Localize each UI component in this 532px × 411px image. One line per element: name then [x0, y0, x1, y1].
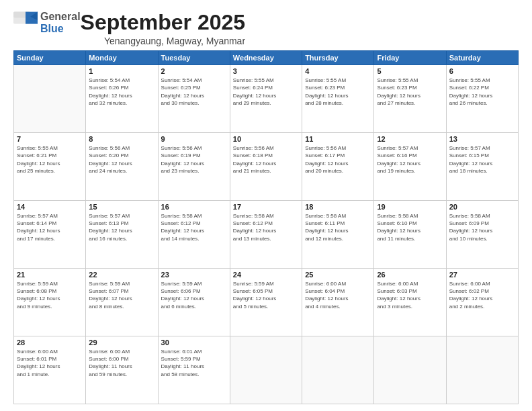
day-info: Sunrise: 5:57 AMSunset: 6:14 PMDaylight:…	[17, 212, 83, 242]
day-number: 12	[377, 135, 443, 143]
table-row: 29Sunrise: 6:00 AMSunset: 6:00 PMDayligh…	[86, 336, 158, 404]
day-info: Sunrise: 5:56 AMSunset: 6:19 PMDaylight:…	[161, 144, 227, 175]
day-info: Sunrise: 5:58 AMSunset: 6:12 PMDaylight:…	[233, 212, 299, 242]
day-number: 1	[89, 67, 154, 75]
day-info: Sunrise: 5:59 AMSunset: 6:06 PMDaylight:…	[161, 280, 227, 310]
table-row: 2Sunrise: 5:54 AMSunset: 6:25 PMDaylight…	[158, 65, 230, 133]
day-info: Sunrise: 5:59 AMSunset: 6:07 PMDaylight:…	[89, 280, 154, 310]
day-info: Sunrise: 5:56 AMSunset: 6:20 PMDaylight:…	[89, 144, 154, 175]
day-number: 7	[17, 135, 83, 143]
table-row: 27Sunrise: 6:00 AMSunset: 6:02 PMDayligh…	[446, 269, 518, 336]
table-row: 3Sunrise: 5:55 AMSunset: 6:24 PMDaylight…	[230, 65, 302, 133]
table-row: 9Sunrise: 5:56 AMSunset: 6:19 PMDaylight…	[158, 133, 230, 201]
calendar-week-row: 14Sunrise: 5:57 AMSunset: 6:14 PMDayligh…	[14, 201, 519, 269]
day-info: Sunrise: 5:55 AMSunset: 6:23 PMDaylight:…	[377, 77, 443, 107]
table-row	[446, 336, 518, 404]
day-number: 4	[305, 67, 371, 75]
table-row: 30Sunrise: 6:01 AMSunset: 5:59 PMDayligh…	[158, 336, 230, 404]
header-thursday: Thursday	[302, 51, 374, 65]
logo-icon	[13, 11, 38, 34]
table-row: 24Sunrise: 5:59 AMSunset: 6:05 PMDayligh…	[230, 269, 302, 336]
table-row	[14, 65, 86, 133]
day-info: Sunrise: 5:57 AMSunset: 6:16 PMDaylight:…	[377, 144, 443, 175]
table-row: 7Sunrise: 5:55 AMSunset: 6:21 PMDaylight…	[14, 133, 86, 201]
day-info: Sunrise: 6:00 AMSunset: 6:01 PMDaylight:…	[17, 348, 83, 378]
title-area: September 2025 Yenangyaung, Magway, Myan…	[81, 11, 245, 46]
table-row	[230, 336, 302, 404]
day-number: 11	[305, 135, 371, 143]
day-info: Sunrise: 5:55 AMSunset: 6:21 PMDaylight:…	[17, 144, 83, 175]
table-row: 19Sunrise: 5:58 AMSunset: 6:10 PMDayligh…	[374, 201, 446, 269]
header-sunday: Sunday	[14, 51, 86, 65]
day-info: Sunrise: 6:00 AMSunset: 6:04 PMDaylight:…	[305, 280, 371, 310]
table-row: 20Sunrise: 5:58 AMSunset: 6:09 PMDayligh…	[446, 201, 518, 269]
header-monday: Monday	[86, 51, 158, 65]
day-number: 27	[449, 271, 515, 279]
calendar-week-row: 28Sunrise: 6:00 AMSunset: 6:01 PMDayligh…	[14, 336, 519, 404]
day-number: 9	[161, 135, 227, 143]
table-row: 4Sunrise: 5:55 AMSunset: 6:23 PMDaylight…	[302, 65, 374, 133]
logo: General Blue	[13, 11, 81, 34]
calendar-header-row: Sunday Monday Tuesday Wednesday Thursday…	[14, 51, 519, 65]
day-info: Sunrise: 5:57 AMSunset: 6:15 PMDaylight:…	[449, 144, 515, 175]
day-number: 14	[17, 203, 83, 211]
table-row: 1Sunrise: 5:54 AMSunset: 6:26 PMDaylight…	[86, 65, 158, 133]
table-row: 10Sunrise: 5:56 AMSunset: 6:18 PMDayligh…	[230, 133, 302, 201]
day-number: 24	[233, 271, 299, 279]
table-row: 14Sunrise: 5:57 AMSunset: 6:14 PMDayligh…	[14, 201, 86, 269]
day-number: 16	[161, 203, 227, 211]
day-number: 20	[449, 203, 515, 211]
day-info: Sunrise: 5:58 AMSunset: 6:11 PMDaylight:…	[305, 212, 371, 242]
table-row: 23Sunrise: 5:59 AMSunset: 6:06 PMDayligh…	[158, 269, 230, 336]
header-wednesday: Wednesday	[230, 51, 302, 65]
calendar-week-row: 7Sunrise: 5:55 AMSunset: 6:21 PMDaylight…	[14, 133, 519, 201]
table-row: 11Sunrise: 5:56 AMSunset: 6:17 PMDayligh…	[302, 133, 374, 201]
day-info: Sunrise: 5:57 AMSunset: 6:13 PMDaylight:…	[89, 212, 154, 242]
table-row: 22Sunrise: 5:59 AMSunset: 6:07 PMDayligh…	[86, 269, 158, 336]
calendar-table: Sunday Monday Tuesday Wednesday Thursday…	[13, 50, 519, 404]
table-row: 5Sunrise: 5:55 AMSunset: 6:23 PMDaylight…	[374, 65, 446, 133]
day-number: 18	[305, 203, 371, 211]
calendar-week-row: 21Sunrise: 5:59 AMSunset: 6:08 PMDayligh…	[14, 269, 519, 336]
logo-text: General Blue	[40, 11, 81, 34]
day-info: Sunrise: 5:55 AMSunset: 6:22 PMDaylight:…	[449, 77, 515, 107]
month-title: September 2025	[81, 11, 245, 34]
table-row: 6Sunrise: 5:55 AMSunset: 6:22 PMDaylight…	[446, 65, 518, 133]
day-number: 15	[89, 203, 154, 211]
day-number: 22	[89, 271, 154, 279]
table-row: 18Sunrise: 5:58 AMSunset: 6:11 PMDayligh…	[302, 201, 374, 269]
day-info: Sunrise: 6:00 AMSunset: 6:00 PMDaylight:…	[89, 348, 154, 378]
day-info: Sunrise: 5:54 AMSunset: 6:25 PMDaylight:…	[161, 77, 227, 107]
header: General Blue September 2025 Yenangyaung,…	[13, 11, 519, 46]
day-number: 3	[233, 67, 299, 75]
day-info: Sunrise: 6:00 AMSunset: 6:02 PMDaylight:…	[449, 280, 515, 310]
table-row: 21Sunrise: 5:59 AMSunset: 6:08 PMDayligh…	[14, 269, 86, 336]
day-info: Sunrise: 5:55 AMSunset: 6:24 PMDaylight:…	[233, 77, 299, 107]
table-row: 25Sunrise: 6:00 AMSunset: 6:04 PMDayligh…	[302, 269, 374, 336]
location-subtitle: Yenangyaung, Magway, Myanmar	[81, 36, 245, 46]
day-info: Sunrise: 6:01 AMSunset: 5:59 PMDaylight:…	[161, 348, 227, 378]
table-row: 8Sunrise: 5:56 AMSunset: 6:20 PMDaylight…	[86, 133, 158, 201]
day-number: 19	[377, 203, 443, 211]
day-number: 21	[17, 271, 83, 279]
table-row: 28Sunrise: 6:00 AMSunset: 6:01 PMDayligh…	[14, 336, 86, 404]
calendar-page: General Blue September 2025 Yenangyaung,…	[0, 0, 532, 411]
day-number: 2	[161, 67, 227, 75]
day-info: Sunrise: 5:58 AMSunset: 6:10 PMDaylight:…	[377, 212, 443, 242]
day-number: 29	[89, 338, 154, 347]
day-info: Sunrise: 5:58 AMSunset: 6:09 PMDaylight:…	[449, 212, 515, 242]
day-info: Sunrise: 5:59 AMSunset: 6:08 PMDaylight:…	[17, 280, 83, 310]
day-number: 30	[161, 338, 227, 347]
table-row	[374, 336, 446, 404]
day-info: Sunrise: 5:56 AMSunset: 6:17 PMDaylight:…	[305, 144, 371, 175]
day-number: 13	[449, 135, 515, 143]
table-row	[302, 336, 374, 404]
calendar-week-row: 1Sunrise: 5:54 AMSunset: 6:26 PMDaylight…	[14, 65, 519, 133]
day-info: Sunrise: 5:54 AMSunset: 6:26 PMDaylight:…	[89, 77, 154, 107]
header-saturday: Saturday	[446, 51, 518, 65]
day-number: 26	[377, 271, 443, 279]
day-number: 17	[233, 203, 299, 211]
day-info: Sunrise: 5:58 AMSunset: 6:12 PMDaylight:…	[161, 212, 227, 242]
table-row: 26Sunrise: 6:00 AMSunset: 6:03 PMDayligh…	[374, 269, 446, 336]
day-number: 8	[89, 135, 154, 143]
